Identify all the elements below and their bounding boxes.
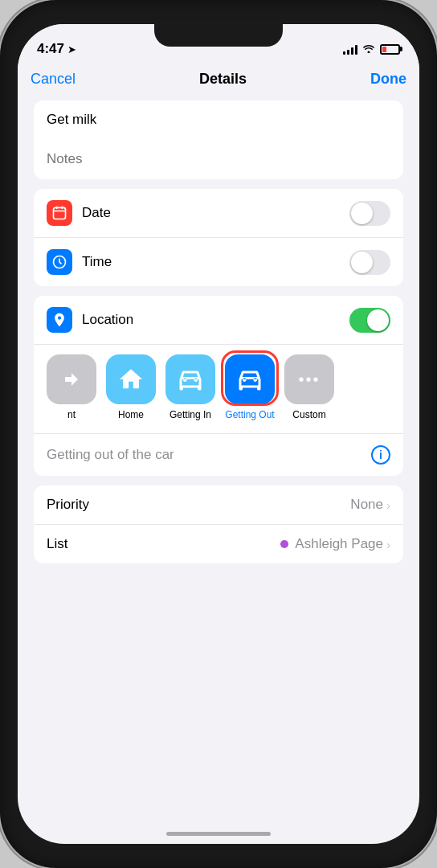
list-chevron: ›	[386, 538, 390, 551]
date-label: Date	[82, 205, 349, 221]
battery-icon	[380, 44, 400, 55]
getting-out-icon-bg	[225, 354, 275, 404]
list-value-group: Ashleigh Page ›	[280, 536, 390, 552]
geofence-row: Getting out of the car i	[34, 433, 403, 476]
location-option-getting-out[interactable]: Getting Out	[225, 354, 275, 420]
location-card: Location nt	[34, 296, 403, 476]
status-icons	[343, 43, 400, 55]
location-option-getting-in[interactable]: Getting In	[165, 354, 215, 420]
getting-in-icon-bg	[165, 354, 215, 404]
nav-bar: Cancel Details Done	[18, 64, 419, 100]
arriving-label: nt	[67, 409, 76, 420]
location-row: Location	[34, 296, 403, 344]
date-time-card: Date Time	[34, 189, 403, 286]
home-bar	[166, 832, 271, 836]
home-label: Home	[118, 409, 144, 420]
task-name-input[interactable]: Get milk	[34, 100, 403, 139]
priority-list-card: Priority None › List Ashleigh Page ›	[34, 485, 403, 563]
notes-input[interactable]	[34, 139, 403, 179]
geofence-description: Getting out of the car	[47, 447, 174, 463]
page-title: Details	[199, 71, 247, 88]
location-options: nt Home	[34, 344, 403, 433]
notch	[154, 24, 283, 47]
info-icon[interactable]: i	[371, 445, 390, 465]
list-dot	[280, 540, 288, 548]
priority-value: None	[350, 497, 383, 513]
location-arrow-icon: ➤	[67, 43, 76, 55]
date-row: Date	[34, 189, 403, 237]
home-icon-bg	[106, 354, 156, 404]
date-icon	[47, 200, 72, 226]
time-toggle[interactable]	[349, 250, 390, 275]
custom-label: Custom	[292, 409, 325, 420]
svg-rect-0	[54, 207, 66, 219]
status-time: 4:47	[37, 41, 64, 57]
signal-icon	[343, 44, 357, 55]
wifi-icon	[362, 43, 375, 55]
cancel-button[interactable]: Cancel	[31, 71, 76, 88]
location-toggle[interactable]	[349, 308, 390, 333]
list-row[interactable]: List Ashleigh Page ›	[34, 524, 403, 563]
done-button[interactable]: Done	[370, 71, 406, 88]
location-label: Location	[82, 312, 349, 328]
main-content: Get milk Date Time	[18, 100, 419, 563]
location-option-arriving[interactable]: nt	[47, 354, 96, 420]
task-name-card: Get milk	[34, 100, 403, 179]
time-label: Time	[82, 254, 349, 270]
priority-value-group: None ›	[350, 497, 390, 513]
priority-label: Priority	[47, 497, 89, 513]
getting-in-label: Getting In	[169, 409, 211, 420]
getting-out-label: Getting Out	[225, 409, 274, 420]
phone-screen: 4:47 ➤	[18, 24, 419, 844]
list-label: List	[47, 536, 67, 552]
arriving-icon	[47, 354, 96, 404]
location-option-home[interactable]: Home	[106, 354, 156, 420]
date-toggle[interactable]	[349, 201, 390, 226]
priority-chevron: ›	[386, 498, 390, 512]
location-option-custom[interactable]: ••• Custom	[284, 354, 334, 420]
priority-row[interactable]: Priority None ›	[34, 485, 403, 524]
phone-frame: 4:47 ➤	[0, 0, 437, 868]
time-icon	[47, 249, 72, 275]
time-row: Time	[34, 237, 403, 286]
custom-icon-bg: •••	[284, 354, 334, 404]
list-value: Ashleigh Page	[295, 536, 383, 552]
location-icon	[47, 307, 72, 333]
